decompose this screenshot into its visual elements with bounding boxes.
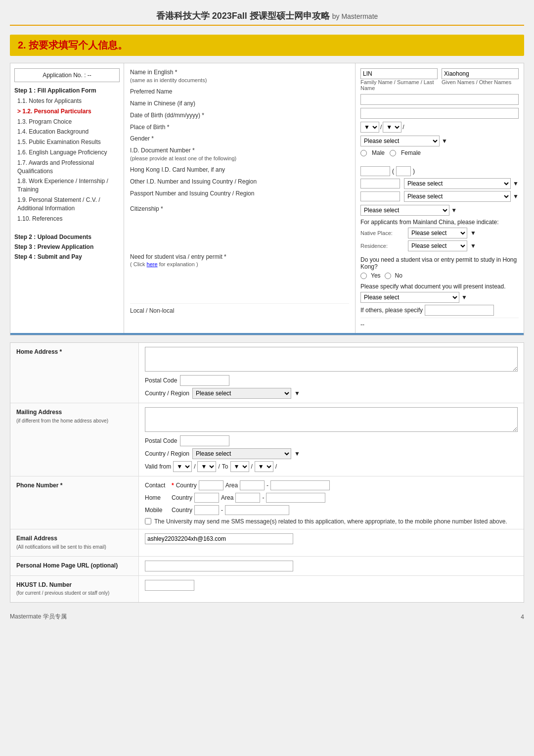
visa-no-radio[interactable] xyxy=(385,273,391,279)
passport-country-select[interactable]: Please select xyxy=(404,191,511,202)
sidebar-item-num: 1.10. xyxy=(17,215,31,222)
residence-row: Residence: Please select ▼ xyxy=(360,240,519,251)
home-address-input-cell: Postal Code Country / Region Please sele… xyxy=(139,343,524,403)
mailing-address-input-cell: Postal Code Country / Region Please sele… xyxy=(139,403,524,476)
dob-sep1: / xyxy=(380,124,382,131)
mobile-number-input[interactable] xyxy=(225,505,289,515)
mobile-dash: - xyxy=(221,507,223,514)
place-of-birth-select[interactable]: Please select xyxy=(360,136,440,146)
if-others-input[interactable] xyxy=(425,305,494,316)
citizenship-select[interactable]: Please select xyxy=(360,205,449,216)
hkid-input-1[interactable] xyxy=(360,166,390,176)
native-place-select[interactable]: Please select xyxy=(408,228,467,238)
home-country-input[interactable] xyxy=(194,493,219,503)
hkid-paren-close: ) xyxy=(413,168,415,175)
sidebar-item-awards[interactable]: 1.7. Awards and Professional Qualificati… xyxy=(14,158,120,177)
required-star: * xyxy=(172,482,174,489)
valid-from-month-select[interactable]: ▼ xyxy=(197,461,216,472)
name-chinese-field xyxy=(360,108,519,119)
home-address-label-cell: Home Address * xyxy=(10,343,139,403)
mailing-address-textarea[interactable] xyxy=(145,407,518,432)
sms-checkbox[interactable] xyxy=(145,518,151,524)
visa-yes-radio[interactable] xyxy=(360,273,367,279)
valid-to-month-select[interactable]: ▼ xyxy=(255,461,273,472)
mailing-country-select[interactable]: Please select xyxy=(192,448,291,459)
given-name-input[interactable] xyxy=(442,68,519,79)
sidebar-item-references[interactable]: 1.10. References xyxy=(14,214,120,224)
specify-select[interactable]: Please select xyxy=(360,292,459,303)
local-nonlocal-value: -- xyxy=(360,321,364,328)
hkust-id-input-cell xyxy=(139,576,524,603)
home-postal-row: Postal Code xyxy=(145,375,518,386)
preferred-name-row: Preferred Name xyxy=(130,88,349,96)
gender-row: Gender * xyxy=(130,135,349,143)
gender-male-label: Male xyxy=(372,149,385,156)
other-id-country-select[interactable]: Please select xyxy=(404,178,511,189)
home-country-label: Country / Region xyxy=(145,390,189,397)
sidebar-item-exam[interactable]: 1.5. Public Examination Results xyxy=(14,137,120,147)
header-title: 香港科技大学 2023Fall 授课型硕士网申攻略 xyxy=(156,11,330,21)
valid-from-sep2: / xyxy=(218,463,220,470)
sidebar-item-personal[interactable]: 1.2. Personal Particulars xyxy=(14,106,120,117)
home-number-input[interactable] xyxy=(266,493,325,503)
area-label-c: Area xyxy=(225,482,238,489)
sidebar-item-education[interactable]: 1.4. Education Background xyxy=(14,127,120,137)
home-area-input[interactable] xyxy=(235,493,260,503)
home-phone-row: Home Country Area - xyxy=(145,493,518,503)
dob-fields: ▼ / ▼ / xyxy=(360,122,519,133)
sms-notice-row: The University may send me SMS message(s… xyxy=(145,518,518,525)
contact-area-input[interactable] xyxy=(240,480,265,490)
home-postal-input[interactable] xyxy=(180,375,229,386)
contact-dash: - xyxy=(267,482,268,489)
home-address-row: Home Address * Postal Code Country / Reg… xyxy=(10,343,524,403)
valid-from-day-select[interactable]: ▼ xyxy=(173,461,192,472)
sidebar-item-work[interactable]: 1.8. Work Experience / Internship / Trai… xyxy=(14,176,120,195)
passport-input[interactable] xyxy=(360,191,400,201)
family-name-input[interactable] xyxy=(360,68,438,79)
dob-row: Date of Birth (dd/mm/yyyy) * xyxy=(130,111,349,120)
other-id-input[interactable] xyxy=(360,179,400,189)
mailing-country-row: Country / Region Please select ▼ xyxy=(145,448,518,459)
contact-number-input[interactable] xyxy=(270,480,330,490)
valid-to-day-select[interactable]: ▼ xyxy=(230,461,249,472)
here-link[interactable]: here xyxy=(147,261,158,267)
hkust-id-input[interactable] xyxy=(145,580,194,591)
sidebar-item-num: 1.1. xyxy=(17,97,27,104)
other-id-row: Other I.D. Number and Issuing Country / … xyxy=(130,178,349,186)
citizenship-label: Citizenship * xyxy=(130,205,349,213)
visa-no-label: No xyxy=(395,272,402,279)
gender-female-radio[interactable] xyxy=(390,150,396,156)
name-chinese-input[interactable] xyxy=(360,108,519,119)
dob-month-select[interactable]: ▼ xyxy=(383,122,401,133)
specify-arrow: ▼ xyxy=(461,294,467,301)
step3-label[interactable]: Step 3 : Preview Application xyxy=(14,243,120,250)
email-input[interactable] xyxy=(145,533,293,544)
home-country-row: Country / Region Please select ▼ xyxy=(145,388,518,399)
mailing-address-row: Mailing Address (if different from the h… xyxy=(10,403,524,476)
home-country-select[interactable]: Please select xyxy=(192,388,291,399)
step2-label[interactable]: Step 2 : Upload Documents xyxy=(14,234,120,240)
mailing-address-sub: (if different from the home address abov… xyxy=(16,418,108,424)
mobile-label: Mobile xyxy=(145,507,170,514)
sidebar-item-personal-statement[interactable]: 1.9. Personal Statement / C.V. / Additio… xyxy=(14,195,120,214)
mobile-country-input[interactable] xyxy=(194,505,219,515)
gender-male-radio[interactable] xyxy=(360,150,367,156)
sidebar-item-english[interactable]: 1.6. English Language Proficiency xyxy=(14,147,120,158)
visa-label-row: Need for student visa / entry permit * (… xyxy=(130,253,349,269)
preferred-name-label: Preferred Name xyxy=(130,88,172,96)
gender-radio-group: Male Female xyxy=(360,149,519,156)
bottom-form: Home Address * Postal Code Country / Reg… xyxy=(10,342,524,603)
homepage-input[interactable] xyxy=(145,561,293,571)
dob-day-select[interactable]: ▼ xyxy=(360,122,379,133)
hkid-input-2[interactable] xyxy=(396,166,411,176)
mailing-postal-input[interactable] xyxy=(180,435,229,446)
family-name-box: Family Name / Surname / Last Name xyxy=(360,68,438,91)
sidebar-item-num: 1.6. xyxy=(17,149,27,156)
step4-label[interactable]: Step 4 : Submit and Pay xyxy=(14,253,120,260)
preferred-name-input[interactable] xyxy=(360,94,519,105)
sidebar-item-program[interactable]: 1.3. Program Choice xyxy=(14,117,120,127)
sidebar-item-notes[interactable]: 1.1. Notes for Applicants xyxy=(14,96,120,106)
contact-country-input[interactable] xyxy=(199,480,223,490)
residence-select[interactable]: Please select xyxy=(408,240,467,251)
home-address-textarea[interactable] xyxy=(145,347,518,372)
